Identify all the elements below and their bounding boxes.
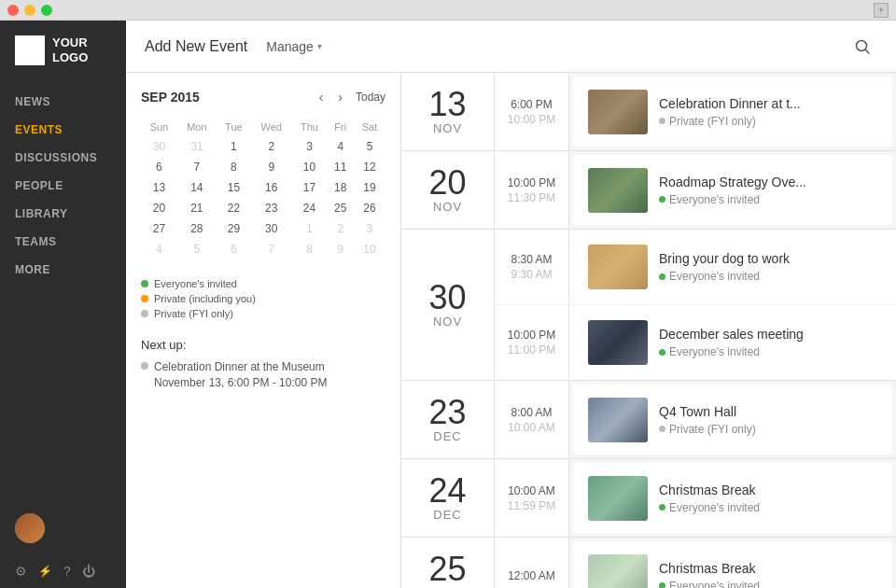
calendar-day[interactable]: 5 <box>354 136 385 157</box>
calendar-day[interactable]: 9 <box>251 157 292 177</box>
window-chrome: + <box>0 0 896 21</box>
calendar-day[interactable]: 19 <box>354 177 385 198</box>
calendar-grid: Sun Mon Tue Wed Thu Fri Sat 303112345678… <box>141 118 385 259</box>
search-button[interactable] <box>847 32 877 62</box>
power-icon[interactable]: ⏻ <box>82 564 95 579</box>
event-time-block: 10:00 PM 11:00 PM <box>495 305 569 380</box>
sidebar-item-more[interactable]: MORE <box>0 256 126 284</box>
calendar-day[interactable]: 13 <box>141 177 177 198</box>
calendar-day[interactable]: 8 <box>292 239 328 259</box>
avatar[interactable] <box>15 513 45 543</box>
calendar-prev-button[interactable]: ‹ <box>315 88 328 106</box>
event-group: 25 DEC 12:00 AM Christmas Break Everyone… <box>401 538 896 588</box>
event-info: Bring your dog to work Everyone's invite… <box>659 251 877 283</box>
calendar-day[interactable]: 30 <box>141 136 177 157</box>
events-column: 8:30 AM 9:30 AM Bring your dog to work E… <box>495 230 896 380</box>
legend-dot-private-fyi <box>141 310 148 317</box>
sidebar-item-people[interactable]: PEOPLE <box>0 172 126 200</box>
calendar-day[interactable]: 7 <box>251 239 292 259</box>
calendar-day[interactable]: 29 <box>217 218 251 239</box>
calendar-month-year: SEP 2015 <box>141 90 308 105</box>
privacy-dot <box>659 349 665 356</box>
calendar-day[interactable]: 2 <box>327 218 354 239</box>
calendar-day[interactable]: 21 <box>177 198 217 218</box>
privacy-label: Everyone's invited <box>669 501 760 514</box>
close-button[interactable] <box>7 5 19 16</box>
calendar-day[interactable]: 1 <box>217 136 251 157</box>
calendar-day[interactable]: 17 <box>292 177 328 198</box>
event-month-label: NOV <box>433 200 462 214</box>
calendar-day[interactable]: 10 <box>354 239 385 259</box>
sidebar-item-events[interactable]: EVENTS <box>0 116 126 144</box>
event-card[interactable]: Christmas Break Everyone's invited <box>573 463 892 533</box>
sidebar-item-teams[interactable]: TEAMS <box>0 228 126 256</box>
event-card[interactable]: Christmas Break Everyone's invited <box>573 541 892 588</box>
event-card[interactable]: Q4 Town Hall Private (FYI only) <box>573 385 892 455</box>
sidebar-item-library[interactable]: LIBRARY <box>0 200 126 228</box>
calendar-day[interactable]: 5 <box>177 239 217 259</box>
event-day-number: 20 <box>428 166 466 200</box>
cal-header-thu: Thu <box>292 118 328 136</box>
search-icon <box>854 38 871 55</box>
calendar-day[interactable]: 20 <box>141 198 177 218</box>
svg-line-1 <box>866 49 870 53</box>
event-card[interactable]: Celebration Dinner at t... Private (FYI … <box>573 77 892 147</box>
event-time-end: 11:30 PM <box>508 191 555 204</box>
event-info: Christmas Break Everyone's invited <box>659 561 877 589</box>
calendar-today-button[interactable]: Today <box>356 91 385 104</box>
calendar-day[interactable]: 28 <box>177 218 217 239</box>
calendar-day[interactable]: 18 <box>327 177 354 198</box>
calendar-day[interactable]: 2 <box>251 136 292 157</box>
calendar-day[interactable]: 27 <box>141 218 177 239</box>
sidebar-item-news[interactable]: NEWS <box>0 88 126 116</box>
sidebar-item-discussions[interactable]: DISCUSSIONS <box>0 144 126 172</box>
calendar-day[interactable]: 11 <box>327 157 354 177</box>
calendar-day[interactable]: 26 <box>354 198 385 218</box>
event-card[interactable]: Roadmap Strategy Ove... Everyone's invit… <box>573 155 892 225</box>
calendar-day[interactable]: 15 <box>217 177 251 198</box>
event-privacy: Everyone's invited <box>659 270 877 283</box>
calendar-day[interactable]: 12 <box>354 157 385 177</box>
manage-button[interactable]: Manage ▾ <box>266 39 322 54</box>
calendar-day[interactable]: 7 <box>177 157 217 177</box>
event-time-block: 10:00 PM 11:30 PM <box>495 151 569 229</box>
logo-area: YOURLOGO <box>0 21 126 80</box>
minimize-button[interactable] <box>24 5 35 16</box>
event-month-label: NOV <box>433 121 462 135</box>
next-up-event[interactable]: Celebration Dinner at the Museum Novembe… <box>141 359 385 391</box>
settings-icon[interactable]: ⚙ <box>15 564 27 579</box>
calendar-day[interactable]: 6 <box>217 239 251 259</box>
content-area: Add New Event Manage ▾ SEP 2015 ‹ › T <box>126 21 896 588</box>
cal-header-fri: Fri <box>327 118 354 136</box>
calendar-day[interactable]: 4 <box>327 136 354 157</box>
expand-icon[interactable]: + <box>874 3 889 18</box>
calendar-day[interactable]: 3 <box>354 218 385 239</box>
calendar-day[interactable]: 4 <box>141 239 177 259</box>
filter-icon[interactable]: ⚡ <box>38 565 52 578</box>
legend-label-private-you: Private (including you) <box>154 293 256 304</box>
calendar-next-button[interactable]: › <box>334 88 346 106</box>
calendar-day[interactable]: 14 <box>177 177 217 198</box>
event-card[interactable]: Bring your dog to work Everyone's invite… <box>573 233 892 301</box>
calendar-day[interactable]: 30 <box>251 218 292 239</box>
calendar-day[interactable]: 22 <box>217 198 251 218</box>
calendar-day[interactable]: 25 <box>327 198 354 218</box>
calendar-day[interactable]: 6 <box>141 157 177 177</box>
calendar-day[interactable]: 9 <box>327 239 354 259</box>
calendar-day[interactable]: 24 <box>292 198 328 218</box>
calendar-day[interactable]: 8 <box>217 157 251 177</box>
calendar-day[interactable]: 16 <box>251 177 292 198</box>
event-month-label: DEC <box>433 429 461 443</box>
event-card[interactable]: December sales meeting Everyone's invite… <box>573 309 892 376</box>
help-icon[interactable]: ? <box>63 564 71 579</box>
calendar-day[interactable]: 1 <box>292 218 328 239</box>
calendar-day[interactable]: 3 <box>292 136 328 157</box>
calendar-day[interactable]: 31 <box>177 136 217 157</box>
legend-label-everyone: Everyone's invited <box>154 278 237 289</box>
maximize-button[interactable] <box>41 5 52 16</box>
svg-point-0 <box>857 40 867 50</box>
event-info: Roadmap Strategy Ove... Everyone's invit… <box>659 175 877 206</box>
calendar-day[interactable]: 10 <box>292 157 328 177</box>
calendar-day[interactable]: 23 <box>251 198 292 218</box>
add-event-button[interactable]: Add New Event <box>145 38 247 55</box>
